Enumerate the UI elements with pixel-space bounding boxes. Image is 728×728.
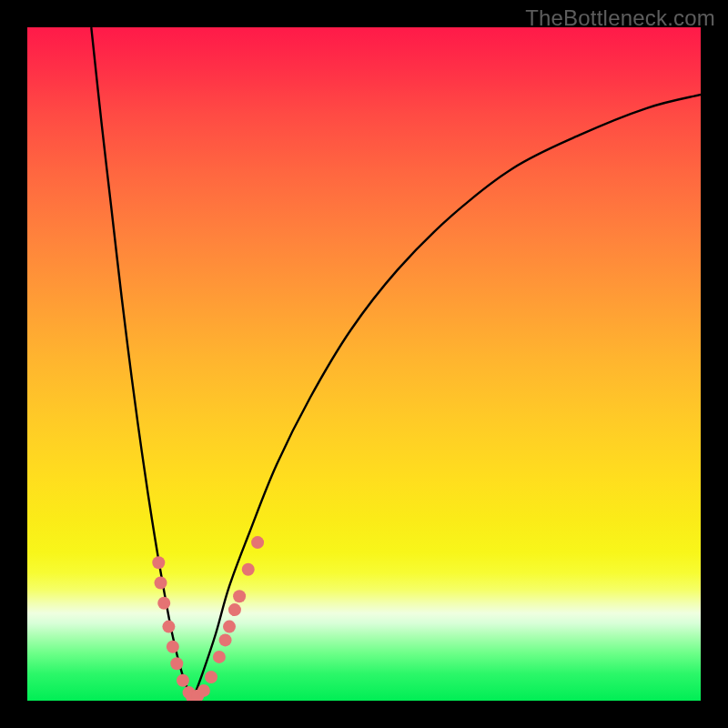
data-point-marker — [223, 621, 236, 633]
data-point-marker — [167, 641, 179, 653]
marker-group — [152, 536, 264, 701]
data-point-marker — [228, 603, 241, 616]
data-point-marker — [157, 597, 170, 610]
chart-frame: TheBottleneck.com — [0, 0, 728, 728]
right-branch-curve — [192, 95, 701, 701]
data-point-marker — [197, 684, 210, 697]
data-point-marker — [213, 651, 226, 663]
data-point-marker — [191, 690, 204, 701]
left-branch-curve — [91, 27, 192, 701]
plot-area — [27, 27, 701, 701]
data-point-marker — [162, 621, 175, 633]
data-point-marker — [170, 657, 183, 670]
data-point-marker — [205, 671, 217, 683]
data-point-marker — [152, 556, 165, 569]
chart-svg — [27, 27, 701, 701]
data-point-marker — [183, 686, 196, 699]
data-point-marker — [251, 536, 264, 549]
data-point-marker — [242, 563, 255, 576]
data-point-marker — [177, 674, 189, 687]
data-point-marker — [219, 633, 232, 646]
data-point-marker — [186, 691, 198, 701]
watermark-text: TheBottleneck.com — [525, 5, 715, 31]
data-point-marker — [155, 577, 167, 590]
curve-group — [91, 27, 701, 701]
data-point-marker — [233, 590, 246, 602]
